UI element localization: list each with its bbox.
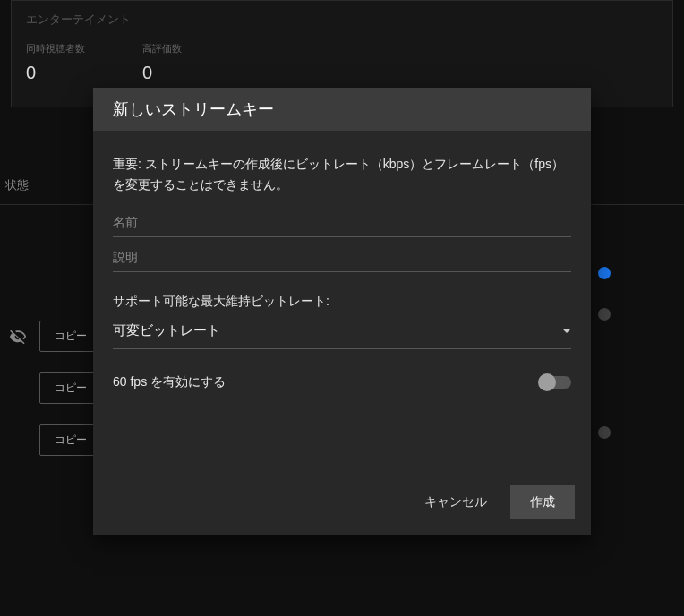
radio-selected-icon[interactable]: [598, 267, 611, 279]
fps-toggle-label: 60 fps を有効にする: [113, 374, 226, 390]
modal-body: 重要: ストリームキーの作成後にビットレート（kbps）とフレームレート（fps…: [93, 131, 591, 475]
modal-warning-text: 重要: ストリームキーの作成後にビットレート（kbps）とフレームレート（fps…: [113, 154, 571, 195]
cancel-button[interactable]: キャンセル: [408, 485, 503, 519]
stream-key-row: コピー: [9, 321, 102, 352]
stat-label: 同時視聴者数: [26, 42, 85, 56]
radio-unselected-icon[interactable]: [598, 308, 611, 321]
radio-unselected-icon[interactable]: [598, 426, 611, 439]
fps-toggle-row: 60 fps を有効にする: [113, 374, 571, 390]
stream-key-row: コピー: [9, 372, 102, 404]
chevron-down-icon: [562, 329, 571, 333]
description-field: [113, 243, 571, 272]
modal-title: 新しいストリームキー: [93, 88, 591, 131]
stream-key-row: コピー: [9, 424, 102, 456]
toggle-knob-icon: [538, 373, 556, 391]
description-input[interactable]: [113, 243, 571, 272]
visibility-off-icon[interactable]: [9, 328, 27, 346]
name-field: [113, 208, 571, 237]
new-stream-key-modal: 新しいストリームキー 重要: ストリームキーの作成後にビットレート（kbps）と…: [93, 88, 591, 535]
bitrate-select[interactable]: 可変ビットレート: [113, 313, 571, 349]
category-label: エンターテイメント: [26, 12, 658, 28]
fps-toggle[interactable]: [541, 376, 571, 389]
name-input[interactable]: [113, 208, 571, 237]
stat-viewers: 同時視聴者数 0: [26, 42, 85, 83]
stat-label: 高評価数: [142, 42, 182, 56]
create-button[interactable]: 作成: [510, 485, 575, 519]
bitrate-label: サポート可能な最大維持ビットレート:: [113, 294, 571, 310]
bitrate-value: 可変ビットレート: [113, 322, 220, 339]
modal-footer: キャンセル 作成: [93, 475, 591, 535]
status-heading: 状態: [5, 177, 29, 193]
stat-likes: 高評価数 0: [142, 42, 182, 83]
stat-value: 0: [142, 63, 182, 83]
stat-value: 0: [26, 63, 85, 83]
stats-row: 同時視聴者数 0 高評価数 0: [26, 42, 658, 83]
